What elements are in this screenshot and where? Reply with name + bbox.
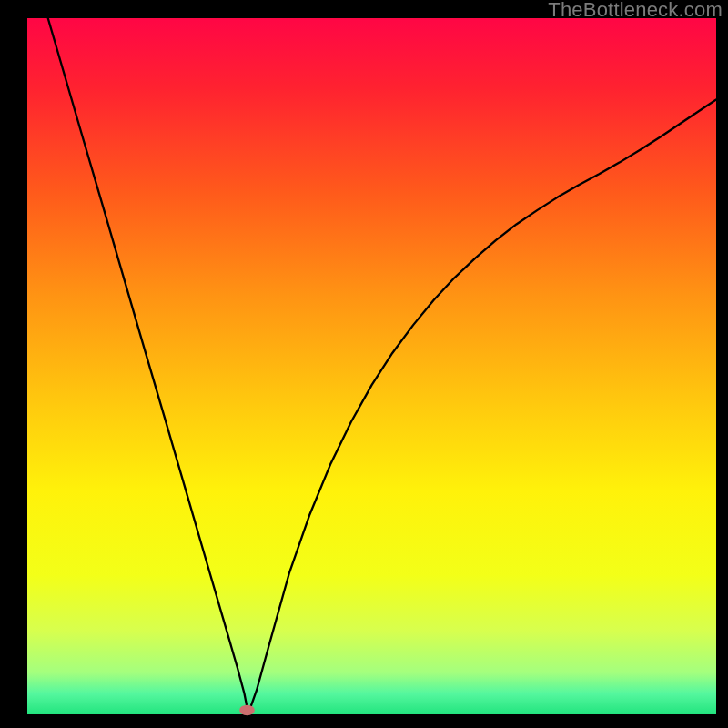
bottleneck-chart <box>0 0 728 728</box>
optimal-point-marker <box>239 705 255 715</box>
plot-background <box>27 18 716 714</box>
attribution-text: TheBottleneck.com <box>548 0 723 22</box>
chart-container: TheBottleneck.com <box>0 0 728 728</box>
